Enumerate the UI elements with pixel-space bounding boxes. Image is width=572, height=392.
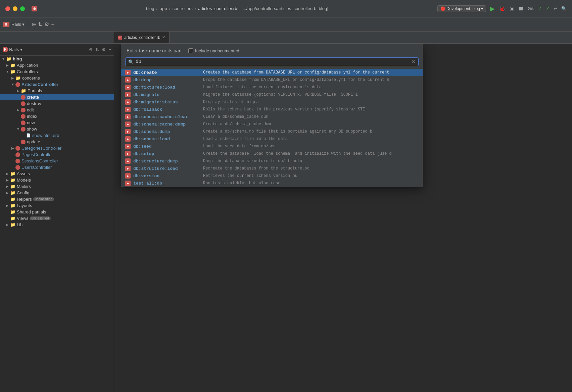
minus-icon[interactable]: − (51, 21, 54, 28)
tree-item-index[interactable]: index (0, 113, 114, 119)
tree-label-categories: CategoriesController (21, 146, 61, 151)
result-icon-db-schema-dump (125, 129, 131, 134)
result-icon-db-structure-dump (125, 158, 131, 164)
tree-item-partials[interactable]: ▶ 📁 Partials (0, 88, 114, 94)
main-layout: R Rails ▾ ⊕ ⇅ ⚙ − ▼ 📁 blog ▶ 📁 Applicati (0, 44, 572, 392)
result-item-db-schema-cache-dump[interactable]: db:schema:cache:dump Create a db/schema_… (121, 120, 423, 128)
result-item-db-migrate-status[interactable]: db:migrate:status Display status of migr… (121, 98, 423, 106)
result-name-db-migrate: db:migrate (133, 92, 200, 97)
settings-icon[interactable]: ⚙ (44, 21, 49, 28)
tree-item-lib[interactable]: ▶ 📁 Lib (0, 222, 114, 228)
result-name-db-fixtures: db:fixtures:load (133, 85, 200, 90)
search-clear-button[interactable]: ✕ (412, 59, 416, 64)
path-blog: blog (146, 6, 154, 11)
result-item-db-seed[interactable]: db:seed Load the seed data from db/see (121, 143, 423, 150)
tree-item-edit[interactable]: ▶ edit (0, 107, 114, 113)
tree-item-users-controller[interactable]: UsersController (0, 164, 114, 170)
tree-item-destroy[interactable]: destroy (0, 100, 114, 107)
tree-item-models[interactable]: ▶ 📁 Models (0, 177, 114, 183)
tree-item-articles-controller[interactable]: ▼ ArticlesController (0, 81, 114, 88)
tree-item-show[interactable]: ▼ show (0, 126, 114, 132)
include-undoc-option[interactable]: Include undocumented (188, 48, 239, 53)
result-item-db-schema-cache-clear[interactable]: db:schema:cache:clear Clear a db/schema_… (121, 113, 423, 120)
dev-label[interactable]: 🔴 Development: blog ▾ (437, 5, 486, 12)
expand-icon[interactable]: ⊕ (89, 47, 93, 52)
result-icon-db-setup (125, 151, 131, 156)
close-button[interactable] (5, 6, 10, 11)
tree-item-pages-controller[interactable]: PagesController (0, 151, 114, 158)
result-desc-db-migrate: Migrate the database (options: VERSION=x… (203, 92, 358, 97)
separator: › (195, 6, 196, 11)
result-item-db-migrate[interactable]: db:migrate Migrate the database (options… (121, 91, 423, 98)
result-item-db-fixtures-load[interactable]: db:fixtures:load Load fixtures into the … (121, 84, 423, 91)
settings-icon[interactable]: ⚙ (102, 47, 106, 52)
tree-item-controllers[interactable]: ▼ 📁 Controllers (0, 68, 114, 75)
tree-item-update[interactable]: update (0, 139, 114, 145)
search-icon[interactable]: 🔍 (561, 6, 567, 11)
result-name-db-create: db:create (133, 70, 200, 75)
result-desc-db-migrate-status: Display status of migra (203, 100, 259, 104)
tree-item-layouts[interactable]: ▶ 📁 Layouts (0, 202, 114, 209)
stop-icon[interactable]: ⏹ (518, 6, 524, 12)
result-icon-db-create (125, 70, 131, 75)
tree-item-show-html-erb[interactable]: 📄 show.html.erb (0, 132, 114, 139)
maximize-button[interactable] (20, 6, 25, 11)
tree-item-new[interactable]: new (0, 119, 114, 126)
include-undoc-checkbox[interactable] (188, 48, 193, 53)
result-item-db-structure-dump[interactable]: db:structure:dump Dump the database stru… (121, 157, 423, 165)
tree-item-assets[interactable]: ▶ 📁 Assets (0, 170, 114, 177)
debug-icon[interactable]: 🐞 (499, 5, 506, 12)
add-icon[interactable]: ⊕ (32, 21, 36, 28)
result-item-db-rollback[interactable]: db:rollback Rolls the schema back to the… (121, 106, 423, 113)
tab-file-icon: rb (118, 36, 122, 40)
tree-item-views[interactable]: 📁 Views unclassified (0, 215, 114, 222)
git-undo-icon[interactable]: ↩ (554, 6, 557, 11)
task-search-bar[interactable]: 🔍 ✕ (125, 57, 419, 66)
tree-label-mailers: Mailers (17, 184, 31, 189)
result-name-db-rollback: db:rollback (133, 107, 200, 112)
task-search-input[interactable] (136, 59, 410, 64)
sidebar-header-icons: ⊕ ⇅ ⚙ − (89, 47, 111, 52)
sync-icon[interactable]: ⇅ (38, 21, 42, 28)
close-sidebar-icon[interactable]: − (108, 47, 111, 52)
result-item-db-structure-load[interactable]: db:structure:load Recreate the databases… (121, 165, 423, 172)
folder-icon-partials: 📁 (21, 88, 26, 93)
result-item-db-setup[interactable]: db:setup Create the database, load the s… (121, 150, 423, 157)
tree-item-create[interactable]: create (0, 94, 114, 100)
tree-item-categories-controller[interactable]: ▶ CategoriesController (0, 145, 114, 151)
tree-item-application[interactable]: ▶ 📁 Application (0, 62, 114, 68)
folder-icon-assets: 📁 (10, 171, 15, 176)
tree-label-show-erb: show.html.erb (32, 133, 59, 138)
tree-arrow-concerns: ▶ (11, 76, 15, 80)
run-button[interactable]: ▶ (490, 5, 495, 12)
title-bar: rb blog › app › controllers › articles_c… (0, 0, 572, 17)
tree-item-shared-partials[interactable]: 📁 Shared partials (0, 209, 114, 215)
task-dialog: Enter task name or its part: Include und… (121, 44, 423, 187)
result-item-db-version[interactable]: db:version Retrieves the current schema … (121, 172, 423, 180)
folder-icon-controllers: 📁 (10, 69, 15, 74)
tree-item-config[interactable]: ▶ 📁 Config (0, 190, 114, 196)
result-item-test-all-db[interactable]: test:all:db Run tests quickly, but also … (121, 180, 423, 187)
path-app: app (160, 6, 167, 11)
tree-label-users: UsersController (21, 165, 52, 170)
minimize-button[interactable] (13, 6, 17, 11)
tree-item-concerns[interactable]: ▶ 📁 concerns (0, 75, 114, 81)
result-icon-test-all-db (125, 181, 131, 186)
collapse-icon[interactable]: ⇅ (95, 47, 99, 52)
result-desc-db-setup: Create the database, load the schema, an… (203, 151, 392, 156)
tab-articles-controller[interactable]: rb articles_controller.rb ✕ (114, 32, 170, 43)
tree-label-config: Config (17, 190, 30, 195)
tree-arrow-lib: ▶ (5, 223, 9, 227)
tree-item-blog[interactable]: ▼ 📁 blog (0, 56, 114, 62)
result-item-db-create[interactable]: db:create Creates the database from DATA… (121, 69, 423, 76)
tree-item-sessions-controller[interactable]: SessionsController (0, 158, 114, 164)
tree-item-helpers[interactable]: 📁 Helpers unclassified (0, 196, 114, 202)
tab-close-button[interactable]: ✕ (162, 35, 165, 40)
result-item-db-drop[interactable]: db:drop Drops the database from DATABASE… (121, 76, 423, 84)
tree-item-mailers[interactable]: ▶ 📁 Mailers (0, 183, 114, 190)
tree-arrow-application: ▶ (5, 63, 9, 67)
result-item-db-schema-load[interactable]: db:schema:load Load a schema.rb file int… (121, 135, 423, 143)
coverage-icon[interactable]: ◉ (510, 5, 514, 12)
result-item-db-schema-dump[interactable]: db:schema:dump Create a db/schema.rb fil… (121, 128, 423, 135)
views-badge: unclassified (30, 216, 50, 220)
